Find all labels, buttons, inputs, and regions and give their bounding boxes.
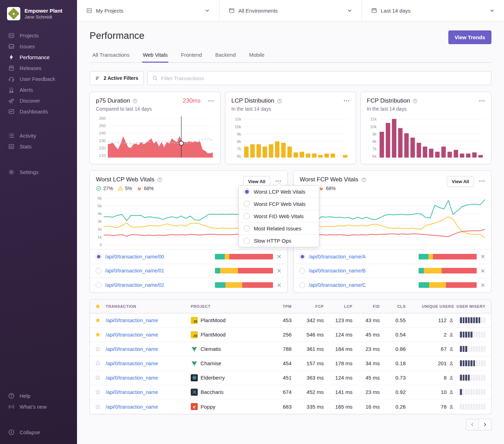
- tab-frontend[interactable]: Frontend: [180, 52, 203, 63]
- picker-last-14-days[interactable]: Last 14 days: [362, 0, 504, 21]
- transaction-link[interactable]: /api/0/transaction_name/A: [309, 254, 366, 259]
- column-header-user-misery[interactable]: USER MISERY: [454, 304, 491, 308]
- menu-item-worst-lcp-web-vitals[interactable]: Worst LCP Web Vitals: [239, 186, 319, 198]
- radio-unselected[interactable]: [244, 225, 250, 231]
- column-header-lcp[interactable]: LCP: [325, 304, 354, 308]
- tab-web-vitals[interactable]: Web Vitals: [142, 52, 168, 63]
- project-cell[interactable]: Elderberry: [191, 374, 271, 381]
- column-header-unique-users[interactable]: UNIQUE USERS: [407, 304, 454, 308]
- star-filled-icon[interactable]: [95, 317, 101, 323]
- sidebar-item-settings[interactable]: Settings: [0, 167, 77, 178]
- sidebar-item-discover[interactable]: Discover: [0, 95, 77, 106]
- transaction-link[interactable]: /api/0/transaction_name: [106, 375, 158, 381]
- sidebar-item-what-s-new[interactable]: What’s new: [0, 401, 77, 412]
- transaction-link[interactable]: /api/0/transaction_name/01: [105, 268, 164, 273]
- unique-users-cell: 2: [407, 332, 454, 338]
- radio-unselected[interactable]: [244, 201, 250, 207]
- close-icon[interactable]: [480, 254, 485, 259]
- radio-selected[interactable]: [299, 254, 305, 259]
- close-icon[interactable]: [276, 268, 282, 273]
- star-outline-icon[interactable]: [95, 375, 101, 381]
- radio-unselected[interactable]: [299, 282, 305, 288]
- column-header-fcp[interactable]: FCP: [293, 304, 325, 308]
- close-icon[interactable]: [480, 283, 485, 288]
- org-switcher[interactable]: Empower Plant Jane Schmidt: [0, 5, 77, 25]
- project-cell[interactable]: Clematis: [191, 346, 271, 353]
- sidebar-collapse-button[interactable]: Collapse: [0, 427, 77, 438]
- picker-all-environments[interactable]: All Environments: [219, 0, 362, 21]
- close-icon[interactable]: [276, 254, 282, 259]
- search-input[interactable]: [161, 75, 486, 81]
- active-filters-button[interactable]: 2 Active Filters: [90, 71, 144, 85]
- sidebar-item-issues[interactable]: Issues: [0, 41, 77, 52]
- column-header-cls[interactable]: CLS: [381, 304, 407, 308]
- help-circle-icon[interactable]: [132, 98, 138, 104]
- transaction-link[interactable]: /api/0/transaction_name: [106, 318, 158, 323]
- ellipsis-menu-icon[interactable]: [479, 179, 485, 183]
- next-page-button[interactable]: [478, 419, 491, 430]
- star-outline-icon[interactable]: [95, 346, 101, 352]
- view-all-button[interactable]: View All: [447, 176, 474, 187]
- radio-selected[interactable]: [96, 254, 102, 259]
- star-outline-icon[interactable]: [95, 389, 101, 395]
- svg-text:10k: 10k: [370, 125, 377, 129]
- transaction-link[interactable]: /api/0/transaction_name: [106, 346, 158, 352]
- help-circle-icon[interactable]: [361, 177, 366, 182]
- close-icon[interactable]: [276, 283, 282, 288]
- sidebar-item-alerts[interactable]: Alerts: [0, 84, 77, 95]
- radio-unselected[interactable]: [244, 213, 250, 219]
- project-cell[interactable]: JSPlantMood: [191, 331, 271, 338]
- radio-unselected[interactable]: [96, 282, 102, 288]
- tab-backend[interactable]: Backend: [215, 52, 236, 63]
- tab-mobile[interactable]: Mobile: [248, 52, 265, 63]
- menu-item-worst-fid-web-vitals[interactable]: Worst FID Web Vitals: [239, 210, 319, 222]
- sidebar-item-projects[interactable]: Projects: [0, 30, 77, 41]
- radio-unselected[interactable]: [96, 268, 102, 274]
- project-cell[interactable]: Chamise: [191, 360, 271, 367]
- ellipsis-menu-icon[interactable]: [343, 98, 350, 103]
- sidebar-item-user-feedback[interactable]: User Feedback: [0, 74, 77, 84]
- menu-item-worst-fcp-web-vitals[interactable]: Worst FCP Web Vitals: [239, 198, 319, 210]
- menu-item-slow-http-ops[interactable]: Slow HTTP Ops: [239, 235, 319, 247]
- menu-item-most-related-issues[interactable]: Most Related Issues: [239, 222, 319, 235]
- lcp-card-subtitle: In the last 14 days: [231, 106, 350, 112]
- ellipsis-menu-icon[interactable]: [479, 98, 485, 103]
- prev-page-button[interactable]: [466, 419, 479, 430]
- transaction-link[interactable]: /api/0/transaction_name/B: [309, 268, 366, 273]
- radio-selected[interactable]: [244, 188, 250, 195]
- star-outline-icon[interactable]: [95, 404, 101, 410]
- view-trends-button[interactable]: View Trends: [448, 30, 491, 44]
- column-header-tpm[interactable]: TPM: [271, 304, 293, 308]
- close-icon[interactable]: [480, 268, 485, 273]
- star-outline-icon[interactable]: [95, 360, 101, 366]
- project-cell[interactable]: Baccharis: [191, 389, 271, 396]
- transaction-link[interactable]: /api/0/transaction_name: [106, 389, 158, 395]
- sidebar-item-help[interactable]: Help: [0, 390, 77, 401]
- star-filled-icon[interactable]: [95, 332, 101, 338]
- column-header-transaction[interactable]: TRANSACTION: [106, 304, 191, 308]
- help-circle-icon[interactable]: [157, 177, 162, 182]
- ellipsis-menu-icon[interactable]: [208, 98, 214, 103]
- transaction-link[interactable]: /api/0/transaction_name/02: [105, 282, 164, 288]
- transaction-link[interactable]: /api/0/transaction_name: [106, 332, 158, 338]
- star-header-icon[interactable]: [95, 303, 101, 309]
- transaction-link[interactable]: /api/0/transaction_name/00: [105, 254, 164, 259]
- sidebar-item-activity[interactable]: Activity: [0, 130, 77, 141]
- picker-my-projects[interactable]: My Projects: [77, 0, 219, 21]
- sidebar-item-releases[interactable]: Releases: [0, 63, 77, 74]
- project-cell[interactable]: JSPlantMood: [191, 317, 271, 324]
- radio-unselected[interactable]: [244, 238, 250, 244]
- help-circle-icon[interactable]: [277, 98, 282, 104]
- radio-unselected[interactable]: [299, 268, 305, 274]
- project-cell[interactable]: ePoppy: [191, 403, 271, 410]
- transaction-link[interactable]: /api/0/transaction_name/C: [309, 282, 366, 288]
- sidebar-item-dashboards[interactable]: Dashboards: [0, 106, 77, 117]
- sidebar-item-performance[interactable]: Performance: [0, 52, 77, 63]
- column-header-project[interactable]: PROJECT: [191, 304, 271, 308]
- tab-all-transactions[interactable]: All Transactions: [92, 52, 130, 63]
- sidebar-item-stats[interactable]: Stats: [0, 141, 77, 152]
- transaction-link[interactable]: /api/0/transaction_name: [106, 404, 158, 410]
- help-circle-icon[interactable]: [412, 98, 418, 104]
- column-header-fid[interactable]: FID: [354, 304, 381, 308]
- transaction-link[interactable]: /api/0/transaction_name: [106, 361, 158, 366]
